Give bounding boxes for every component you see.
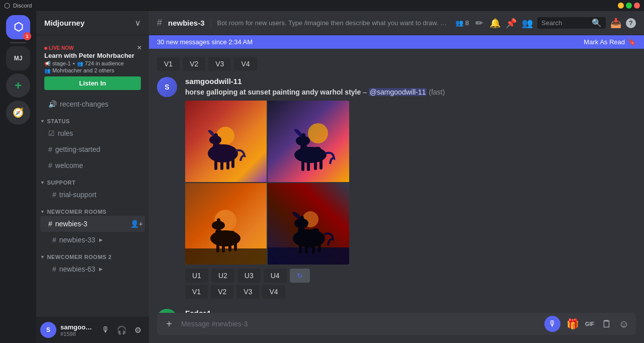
server-header[interactable]: Midjourney ∨	[36, 11, 149, 35]
top-v-buttons: V1 V2 V3 V4	[157, 57, 636, 71]
gift-button[interactable]: 🎁	[565, 316, 581, 332]
u1-button[interactable]: U1	[185, 269, 208, 283]
svg-point-12	[308, 123, 328, 143]
pins-button[interactable]: 📌	[505, 17, 517, 29]
speaker-icon: 🔊	[48, 100, 57, 108]
mention-tag[interactable]: @samgoodwill-11	[369, 88, 427, 96]
help-button[interactable]: ?	[626, 18, 636, 28]
close-button[interactable]	[634, 3, 640, 9]
svg-rect-38	[298, 227, 305, 242]
svg-rect-4	[225, 146, 232, 160]
channel-item-rules[interactable]: ☑ rules	[40, 125, 145, 141]
server-icon-discord[interactable]: ⬡ 1	[6, 15, 30, 39]
maximize-button[interactable]	[626, 3, 632, 9]
app-title: Discord	[13, 3, 32, 9]
header-divider	[211, 18, 211, 28]
channel-item-trial-support[interactable]: # trial-support	[40, 187, 145, 203]
hash-icon: #	[48, 145, 52, 153]
new-messages-banner[interactable]: 30 new messages since 2:34 AM Mark As Re…	[149, 35, 644, 49]
discover-servers-button[interactable]: 🧭	[6, 101, 30, 125]
user-tag: #1598	[60, 331, 95, 337]
v1-button[interactable]: V1	[185, 285, 208, 299]
v2-button[interactable]: V2	[211, 285, 233, 299]
bookmark-icon: 🔖	[628, 38, 636, 46]
u3-button[interactable]: U3	[237, 269, 261, 283]
listen-in-button[interactable]: Listen In	[44, 76, 141, 90]
hash-icon: #	[52, 265, 56, 273]
mark-as-read-button[interactable]: Mark As Read 🔖	[584, 38, 636, 46]
image-cell-4	[268, 183, 349, 265]
add-button[interactable]: +	[161, 316, 177, 332]
svg-rect-29	[217, 218, 220, 227]
message-group-1: S samgoodwill-11 horse galloping at suns…	[157, 77, 636, 301]
message-input[interactable]	[181, 320, 540, 328]
v4-button[interactable]: V4	[262, 285, 285, 299]
notifications-button[interactable]: 🔔	[489, 17, 501, 29]
v3-button[interactable]: V3	[236, 285, 259, 299]
svg-rect-8	[220, 160, 223, 170]
message-input-box: + 🎙 🎁 GIF 🗒 ☺	[157, 313, 636, 335]
svg-rect-41	[300, 216, 304, 226]
minimize-button[interactable]	[618, 3, 624, 9]
add-member-icon[interactable]: 👤+	[130, 220, 143, 228]
header-actions: 👥 8 ✏ 🔔 📌 👥 🔍 📥 ?	[455, 17, 636, 29]
messages-area[interactable]: V1 V2 V3 V4 S samgoodwill-11 horse gallo…	[149, 49, 644, 313]
channel-item-newbies-63[interactable]: # newbies-63 ▶	[40, 261, 145, 277]
titlebar: ⬡ Discord	[0, 0, 644, 11]
v4-button-top[interactable]: V4	[234, 57, 257, 71]
v1-button-top[interactable]: V1	[157, 57, 180, 71]
server-sidebar: ⬡ 1 MJ + 🧭	[0, 11, 36, 343]
hash-icon: #	[48, 220, 52, 228]
chevron-icon: ▼	[40, 119, 45, 124]
v2-button-top[interactable]: V2	[183, 57, 205, 71]
checkbox-icon: ☑	[48, 129, 55, 137]
add-server-button[interactable]: +	[6, 73, 30, 98]
user-controls: 🎙 🎧 ⚙	[99, 323, 145, 337]
hash-icon: #	[48, 161, 52, 169]
edit-button[interactable]: ✏	[473, 17, 485, 29]
channel-item-newbies-3[interactable]: # newbies-3 👤+	[40, 216, 145, 232]
input-right-actions: 🎁 GIF 🗒 ☺	[565, 316, 632, 332]
u4-button[interactable]: U4	[264, 269, 287, 283]
channel-item-getting-started[interactable]: # getting-started	[40, 141, 145, 157]
emoji-button[interactable]: ☺	[616, 316, 632, 332]
channel-item-recent-changes[interactable]: 🔊 recent-changes	[40, 96, 145, 112]
channel-sidebar: Midjourney ∨ ✕ LIVE NOW Learn with Peter…	[36, 11, 149, 343]
section-header-status[interactable]: ▼ status	[36, 116, 149, 125]
notification-badge: 1	[23, 32, 31, 40]
live-meta: 📢 stage-1 • 👥 724 in audience	[44, 60, 141, 66]
voice-button[interactable]: 🎙	[544, 316, 560, 332]
svg-rect-30	[216, 242, 219, 252]
headphones-button[interactable]: 🎧	[115, 323, 129, 337]
search-input[interactable]	[541, 19, 589, 27]
u2-button[interactable]: U2	[211, 269, 234, 283]
message-author-1: samgoodwill-11	[185, 77, 242, 85]
section-header-support[interactable]: ▼ SUPPORT	[36, 178, 149, 187]
inbox-button[interactable]: 📥	[610, 17, 622, 29]
live-close-button[interactable]: ✕	[137, 44, 142, 51]
gif-button[interactable]: GIF	[582, 316, 598, 332]
section-header-newcomer-rooms-2[interactable]: ▼ NEWCOMER ROOMS 2	[36, 252, 149, 261]
settings-button[interactable]: ⚙	[131, 323, 145, 337]
message-avatar-1: S	[157, 77, 177, 97]
svg-rect-44	[312, 242, 315, 253]
channel-header-desc: Bot room for new users. Type /imagine th…	[217, 19, 449, 27]
members-list-button[interactable]: 👥	[521, 17, 533, 29]
svg-rect-3	[213, 143, 220, 158]
live-section: ✕ LIVE NOW Learn with Peter Mohrbacher 📢…	[40, 41, 145, 94]
server-icon-midjourney[interactable]: MJ	[6, 46, 30, 70]
channel-item-welcome[interactable]: # welcome	[40, 157, 145, 174]
mic-button[interactable]: 🎙	[99, 323, 113, 337]
svg-rect-27	[228, 231, 235, 243]
channel-item-newbies-33[interactable]: # newbies-33 ▶	[40, 232, 145, 248]
svg-rect-33	[234, 240, 237, 251]
svg-rect-20	[314, 160, 317, 170]
sticker-button[interactable]: 🗒	[599, 316, 615, 332]
refresh-button[interactable]: ↻	[290, 269, 310, 283]
message-header-1: samgoodwill-11	[185, 77, 636, 85]
message-group-2: F Fedor4 https://s.mj.run/vKqLzI4s050 1,…	[157, 309, 636, 313]
svg-rect-42	[299, 243, 302, 253]
section-header-newcomer-rooms[interactable]: ▼ NEWCOMER ROOMS	[36, 207, 149, 216]
v3-button-top[interactable]: V3	[208, 57, 231, 71]
svg-rect-15	[314, 147, 321, 160]
